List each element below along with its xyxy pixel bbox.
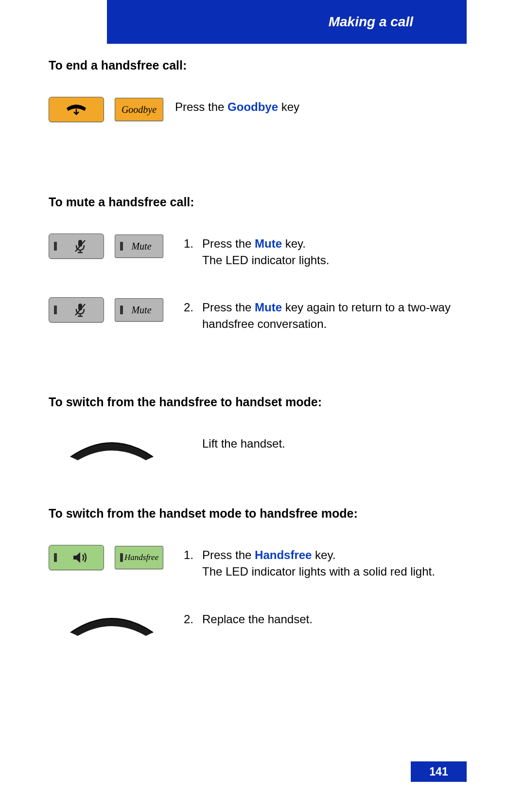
step-number: 1. [175,234,193,252]
row-replace-handset: 2. Replace the handset. [49,609,476,638]
icon-col [49,609,175,638]
led-icon [120,306,123,314]
key-term-mute: Mute [255,301,282,314]
header-bar: Making a call [107,0,467,44]
phone-hangup-icon [64,102,88,117]
page-number: 141 [429,765,448,778]
row-lift-handset: Lift the handset. [49,433,476,463]
mute-label-key: Mute [115,235,163,258]
content-area: To end a handsfree call: Goodbye Press t… [49,54,476,668]
key-term-handsfree: Handsfree [255,548,312,561]
icon-col [49,433,175,463]
row-mute-1: Mute 1. Press the Mute key. The LED indi… [49,234,476,268]
key-label: Handsfree [124,553,158,562]
icon-col: Mute [49,234,175,259]
icon-col: Handsfree [49,545,175,570]
led-icon [54,553,57,562]
key-label: Mute [125,241,158,252]
row-mute-2: Mute 2. Press the Mute key again to retu… [49,297,476,332]
key-term-mute: Mute [255,237,282,250]
handsfree-label-key: Handsfree [115,546,163,569]
section-heading-to-handsfree: To switch from the handset mode to hands… [49,506,476,521]
key-label: Mute [125,305,158,316]
led-icon [54,242,57,251]
instruction-text: Lift the handset. [175,433,476,452]
icon-col: Mute [49,297,175,323]
handset-icon [63,433,160,463]
section-heading-mute: To mute a handsfree call: [49,195,476,209]
key-label: Goodbye [122,104,157,115]
mute-label-key: Mute [115,298,163,322]
handsfree-key [49,545,104,570]
icon-col: Goodbye [49,97,175,122]
goodbye-label-key: Goodbye [115,98,163,121]
mic-mute-icon [74,302,87,318]
mute-key [49,297,104,323]
step-number: 2. [175,297,193,316]
phone-hangup-key [49,97,104,122]
instruction-text: Replace the handset. [193,609,476,628]
row-goodbye: Goodbye Press the Goodbye key [49,97,476,122]
header-title: Making a call [329,14,413,30]
page-number-box: 141 [411,761,467,782]
section-heading-to-handset: To switch from the handsfree to handset … [49,395,476,409]
instruction-text: Press the Mute key. The LED indicator li… [193,234,476,268]
led-icon [120,553,123,562]
instruction-text: Press the Goodbye key [175,97,476,115]
step-number: 1. [175,545,193,563]
section-heading-end-call: To end a handsfree call: [49,58,476,72]
handset-icon [63,609,160,638]
led-icon [54,306,57,314]
step-number: 2. [175,609,193,628]
speaker-icon [72,551,88,564]
key-term-goodbye: Goodbye [228,100,278,113]
mute-key [49,234,104,259]
row-handsfree-1: Handsfree 1. Press the Handsfree key. Th… [49,545,476,579]
instruction-text: Press the Mute key again to return to a … [193,297,476,332]
led-icon [120,242,123,251]
instruction-text: Press the Handsfree key. The LED indicat… [193,545,476,579]
mic-mute-icon [74,238,87,254]
